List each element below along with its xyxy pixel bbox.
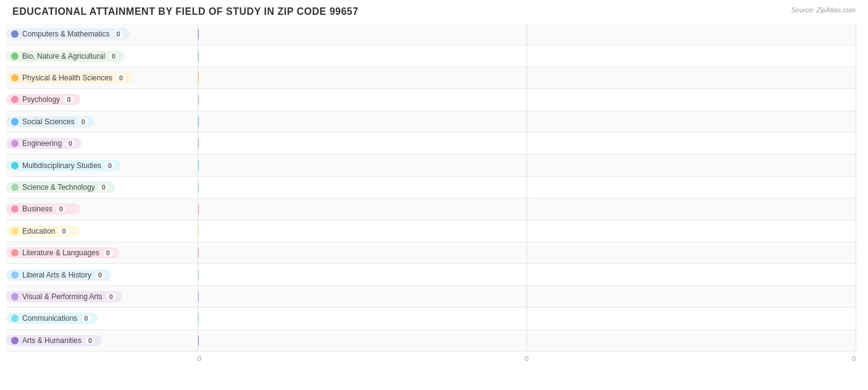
bar-value: 0: [95, 271, 105, 279]
bar-value: 0: [65, 140, 75, 147]
bar-fill: [198, 247, 199, 258]
grid-line: [856, 133, 856, 154]
bar-label-area: Engineering0: [6, 138, 198, 149]
bar-label-text: Multidisciplinary Studies: [22, 161, 101, 170]
grid-line: [856, 111, 856, 132]
grid-line: [856, 23, 856, 45]
pill-dot: [11, 74, 19, 82]
bar-fill: [198, 269, 199, 281]
grid-line: [856, 177, 856, 198]
bar-label-area: Science & Technology0: [6, 182, 198, 193]
x-tick-0: 0: [198, 355, 201, 370]
bar-row: Physical & Health Sciences0: [6, 67, 856, 89]
bar-row: Education0: [6, 221, 856, 242]
bar-pill: Multidisciplinary Studies0: [6, 160, 121, 171]
grid-lines: [198, 89, 856, 110]
chart-container: EDUCATIONAL ATTAINMENT BY FIELD OF STUDY…: [0, 0, 868, 390]
grid-line: [527, 198, 527, 219]
bar-row: Literature & Languages0: [6, 242, 856, 264]
pill-dot: [11, 249, 19, 256]
bar-track: [198, 89, 856, 110]
grid-line: [856, 155, 856, 176]
bar-label-text: Literature & Languages: [22, 248, 99, 257]
bar-value: 0: [78, 118, 88, 125]
bar-row: Social Sciences0: [6, 111, 856, 133]
bar-track: [198, 23, 856, 45]
pill-dot: [11, 315, 19, 322]
grid-line: [856, 45, 856, 66]
bar-row: Liberal Arts & History0: [6, 264, 856, 286]
bar-fill: [198, 116, 199, 127]
grid-lines: [198, 177, 856, 198]
bar-fill: [198, 313, 199, 324]
grid-line: [527, 264, 527, 285]
pill-dot: [11, 30, 19, 38]
bar-pill: Communications0: [6, 313, 98, 324]
bar-label-text: Communications: [22, 314, 77, 323]
grid-line: [856, 221, 856, 242]
bar-label-area: Physical & Health Sciences0: [6, 72, 198, 83]
bar-value: 0: [56, 205, 66, 213]
chart-title: EDUCATIONAL ATTAINMENT BY FIELD OF STUDY…: [6, 6, 856, 17]
bar-value: 0: [106, 293, 116, 300]
pill-dot: [11, 140, 19, 147]
grid-lines: [198, 111, 856, 132]
grid-lines: [198, 308, 856, 329]
bar-label-text: Arts & Humanities: [22, 336, 81, 345]
bar-value: 0: [109, 53, 119, 60]
grid-line: [856, 198, 856, 219]
bar-track: [198, 242, 856, 263]
bar-pill: Social Sciences0: [6, 116, 94, 127]
bar-value: 0: [64, 96, 73, 103]
bar-track: [198, 67, 856, 88]
bar-row: Psychology0: [6, 89, 856, 111]
grid-lines: [198, 67, 856, 88]
pill-dot: [11, 205, 19, 213]
grid-lines: [198, 198, 856, 219]
bar-value: 0: [59, 227, 69, 235]
bar-pill: Business0: [6, 203, 80, 214]
grid-line: [527, 155, 527, 176]
grid-line: [856, 330, 856, 351]
bar-value: 0: [105, 162, 115, 169]
bar-pill: Literature & Languages0: [6, 247, 119, 258]
bar-fill: [198, 182, 199, 193]
grid-line: [527, 89, 527, 110]
bar-fill: [198, 51, 199, 62]
bar-label-area: Literature & Languages0: [6, 247, 198, 258]
pill-dot: [11, 96, 19, 103]
grid-lines: [198, 221, 856, 242]
bar-row: Engineering0: [6, 133, 856, 155]
bar-track: [198, 45, 856, 66]
bar-label-text: Computers & Mathematics: [22, 30, 109, 38]
grid-line: [527, 242, 527, 263]
grid-lines: [198, 242, 856, 263]
bar-label-text: Education: [22, 227, 55, 235]
grid-lines: [198, 23, 856, 45]
pill-dot: [11, 293, 19, 300]
pill-dot: [11, 271, 19, 279]
grid-line: [527, 330, 527, 351]
bar-value: 0: [103, 249, 113, 256]
bar-label-area: Multidisciplinary Studies0: [6, 160, 198, 171]
chart-area: Computers & Mathematics0Bio, Nature & Ag…: [6, 23, 856, 352]
x-tick-1: 0: [525, 355, 528, 370]
grid-line: [856, 286, 856, 307]
pill-dot: [11, 184, 19, 191]
bar-fill: [198, 291, 199, 302]
bar-track: [198, 308, 856, 329]
bar-row: Bio, Nature & Agricultural0: [6, 45, 856, 67]
bar-label-text: Psychology: [22, 95, 60, 104]
bar-track: [198, 198, 856, 219]
bar-track: [198, 264, 856, 285]
grid-lines: [198, 330, 856, 351]
bar-track: [198, 286, 856, 307]
bar-row: Science & Technology0: [6, 177, 856, 198]
grid-line: [527, 177, 527, 198]
bar-fill: [198, 203, 199, 214]
bar-track: [198, 111, 856, 132]
bar-pill: Computers & Mathematics0: [6, 28, 130, 40]
grid-line: [856, 264, 856, 285]
grid-lines: [198, 133, 856, 154]
grid-lines: [198, 286, 856, 307]
